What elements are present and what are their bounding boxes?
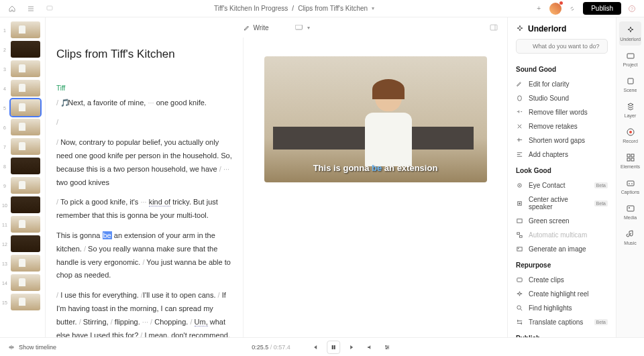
rail-elements[interactable]: Elements: [616, 149, 644, 173]
thumbnail-3[interactable]: 3: [3, 60, 42, 77]
doc-title[interactable]: Clips from Tiff's Kitchen: [56, 44, 232, 65]
look-item: Automatic multicam: [516, 228, 608, 242]
section-look: Look Good: [516, 167, 608, 174]
editor-toolbar: Write ▾: [46, 17, 507, 38]
svg-rect-29: [333, 345, 335, 349]
svg-rect-15: [517, 278, 522, 282]
publish-button[interactable]: Publish: [583, 2, 621, 15]
show-timeline-button[interactable]: Show timeline: [8, 344, 56, 351]
thumbnail-4[interactable]: 4: [3, 80, 42, 97]
sound-item[interactable]: Remove filler words: [516, 105, 608, 119]
home-icon[interactable]: [7, 3, 17, 14]
breadcrumb-parent[interactable]: Tiff's Kitchen In Progress: [214, 5, 288, 12]
video-caption: This is gonna be an extension: [264, 163, 487, 173]
settings-icon[interactable]: [382, 342, 392, 353]
svg-point-7: [519, 185, 521, 186]
avatar[interactable]: [549, 3, 561, 15]
next-button[interactable]: [347, 342, 358, 353]
thumbnail-rail: 123456789101112131415: [0, 17, 46, 337]
svg-point-32: [386, 348, 387, 349]
svg-rect-24: [631, 158, 634, 161]
svg-rect-25: [627, 181, 634, 186]
sound-item[interactable]: Studio Sound: [516, 91, 608, 105]
svg-rect-10: [517, 219, 522, 223]
svg-text:?: ?: [631, 6, 633, 11]
rail-project[interactable]: Project: [616, 47, 644, 71]
playhead-word: be: [103, 231, 112, 239]
speaker-label: Tiff: [56, 82, 232, 95]
panel-toggle-icon[interactable]: [488, 22, 499, 33]
para[interactable]: / I use this for everything. /I'll use i…: [56, 289, 232, 337]
write-button[interactable]: Write: [243, 24, 268, 32]
sound-item[interactable]: Add chapters: [516, 147, 608, 162]
add-user-icon[interactable]: +: [533, 3, 544, 14]
look-item[interactable]: Green screen: [516, 214, 608, 228]
svg-point-20: [629, 131, 632, 133]
thumbnail-1[interactable]: 1: [3, 21, 42, 38]
rail-media[interactable]: Media: [616, 200, 644, 224]
para[interactable]: / 🎵 Next, a favorite of mine, ··· one go…: [56, 97, 232, 110]
thumbnail-12[interactable]: 12: [3, 235, 42, 252]
look-item[interactable]: Center active speakerBeta: [516, 192, 608, 214]
repurpose-item[interactable]: Create highlight reel: [516, 287, 608, 301]
link-icon[interactable]: [567, 3, 578, 14]
svg-rect-12: [520, 235, 523, 237]
svg-point-27: [629, 207, 630, 209]
thumbnail-5[interactable]: 5: [3, 99, 42, 116]
thumbnail-9[interactable]: 9: [3, 177, 42, 194]
repurpose-item[interactable]: Find highlights: [516, 301, 608, 315]
breadcrumb-current[interactable]: Clips from Tiff's Kitchen: [298, 5, 368, 12]
svg-rect-21: [627, 154, 630, 157]
para[interactable]: / To pick a good knife, it's ··· kind of…: [56, 196, 232, 223]
thumbnail-10[interactable]: 10: [3, 196, 42, 213]
layout-dropdown[interactable]: ▾: [296, 25, 310, 31]
svg-rect-23: [627, 158, 630, 161]
editor-area: Write ▾ Clips from Tiff's Kitchen Tiff /…: [46, 17, 507, 337]
para[interactable]: / Now, contrary to popular belief, you a…: [56, 136, 232, 189]
video-preview[interactable]: This is gonna be an extension: [264, 56, 487, 182]
svg-rect-0: [47, 6, 52, 10]
rail-captions[interactable]: Captions: [616, 174, 644, 198]
thumbnail-14[interactable]: 14: [3, 274, 42, 291]
svg-rect-11: [517, 233, 520, 235]
look-item[interactable]: Eye ContactBeta: [516, 178, 608, 192]
para[interactable]: /: [56, 116, 232, 129]
para[interactable]: This is gonna be an extension of your ar…: [56, 229, 232, 282]
thumbnail-6[interactable]: 6: [3, 119, 42, 135]
help-icon[interactable]: ?: [627, 3, 637, 14]
sidebar-search[interactable]: [516, 39, 608, 54]
repurpose-item[interactable]: Translate captionsBeta: [516, 315, 608, 329]
rail-music[interactable]: Music: [616, 225, 644, 249]
thumbnail-7[interactable]: 7: [3, 138, 42, 155]
thumbnail-11[interactable]: 11: [3, 216, 42, 233]
thumbnail-13[interactable]: 13: [3, 255, 42, 272]
script-column[interactable]: Clips from Tiff's Kitchen Tiff / 🎵 Next,…: [46, 38, 244, 337]
thumbnail-2[interactable]: 2: [3, 41, 42, 58]
menu-icon[interactable]: [25, 3, 36, 14]
sidebar: Underlord Sound Good Edit for clarityStu…: [507, 17, 616, 337]
sound-item[interactable]: Edit for clarity: [516, 77, 608, 91]
volume-icon[interactable]: [364, 342, 375, 353]
video-column: This is gonna be an extension: [244, 38, 507, 337]
thumbnail-8[interactable]: 8: [3, 158, 42, 174]
chat-icon[interactable]: [44, 3, 55, 14]
svg-rect-18: [628, 78, 633, 84]
sound-item[interactable]: Shorten word gaps: [516, 133, 608, 147]
svg-rect-3: [296, 25, 303, 29]
bottom-bar: Show timeline 0:25.5 / 0:57.4: [0, 337, 644, 356]
prev-button[interactable]: [309, 342, 320, 353]
thumbnail-15[interactable]: 15: [3, 294, 42, 310]
rail-underlord[interactable]: Underlord: [619, 21, 641, 46]
right-rail: UnderlordProjectSceneLayerRecordElements…: [616, 17, 644, 337]
look-item[interactable]: Generate an image: [516, 242, 608, 256]
rail-layer[interactable]: Layer: [616, 98, 644, 122]
time-display: 0:25.5 / 0:57.4: [252, 344, 290, 351]
sound-item[interactable]: Remove retakes: [516, 119, 608, 133]
pause-button[interactable]: [327, 341, 340, 354]
sidebar-title: Underlord: [516, 24, 608, 34]
repurpose-item[interactable]: Create clips: [516, 273, 608, 287]
section-repurpose: Repurpose: [516, 261, 608, 269]
rail-scene[interactable]: Scene: [616, 72, 644, 97]
svg-point-30: [385, 345, 386, 347]
rail-record[interactable]: Record: [616, 123, 644, 147]
